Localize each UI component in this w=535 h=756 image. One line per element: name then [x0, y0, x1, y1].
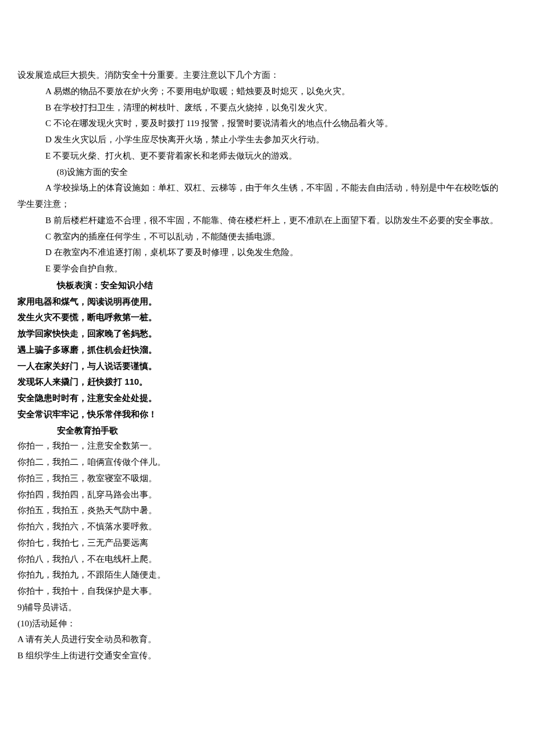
text-line: 9)辅导员讲话。: [17, 600, 518, 616]
text-line: 你拍四，我拍四，乱穿马路会出事。: [17, 487, 518, 503]
text-line: B 前后楼栏杆建造不合理，很不牢固，不能靠、倚在楼栏杆上，更不准趴在上面望下看。…: [17, 213, 518, 229]
text-line: 你拍五，我拍五，炎热天气防中暑。: [17, 503, 518, 519]
text-line: 设发展造成巨大损失。消防安全十分重要。主要注意以下几个方面：: [17, 67, 518, 84]
text-line: (8)设施方面的安全: [17, 164, 518, 181]
text-line: 安全教育拍手歌: [17, 422, 518, 439]
text-line: 遇上骗子多琢磨，抓住机会赶快溜。: [17, 342, 518, 358]
text-line: 发生火灾不要慌，断电呼救第一桩。: [17, 309, 518, 325]
text-line: A 易燃的物品不要放在炉火旁；不要用电炉取暖；蜡烛要及时熄灭，以免火灾。: [17, 84, 518, 100]
text-line: 你拍一，我拍一，注意安全数第一。: [17, 438, 518, 454]
text-line: 安全隐患时时有，注意安全处处提。: [17, 390, 518, 406]
document-page: 设发展造成巨大损失。消防安全十分重要。主要注意以下几个方面：A 易燃的物品不要放…: [0, 0, 535, 687]
text-line: 你拍三，我拍三，教室寝室不吸烟。: [17, 471, 518, 487]
text-line: 你拍二，我拍二，咱俩宣传做个伴儿。: [17, 454, 518, 471]
text-line: D 在教室内不准追逐打闹，桌机坏了要及时修理，以免发生危险。: [17, 245, 518, 261]
text-line: 家用电器和煤气，阅读说明再使用。: [17, 293, 518, 310]
text-line: 一人在家关好门，与人说话要谨慎。: [17, 358, 518, 374]
text-line: 你拍十，我拍十，自我保护是大事。: [17, 583, 518, 600]
text-line: B 在学校打扫卫生，清理的树枝叶、废纸，不要点火烧掉，以免引发火灾。: [17, 100, 518, 116]
text-line: A 请有关人员进行安全动员和教育。: [17, 632, 518, 648]
text-line: E 不要玩火柴、打火机、更不要背着家长和老师去做玩火的游戏。: [17, 148, 518, 164]
text-line: 你拍七，我拍七，三无产品要远离: [17, 535, 518, 551]
text-line: 你拍八，我拍八，不在电线杆上爬。: [17, 551, 518, 568]
text-line: C 不论在哪发现火灾时，要及时拨打 119 报警，报警时要说清着火的地点什么物品…: [17, 116, 518, 132]
text-line: 你拍九，我拍九，不跟陌生人随便走。: [17, 567, 518, 583]
text-line: A 学校操场上的体育设施如：单杠、双杠、云梯等，由于年久生锈，不牢固，不能去自由…: [17, 180, 518, 196]
text-line: D 发生火灾以后，小学生应尽快离开火场，禁止小学生去参加灭火行动。: [17, 132, 518, 148]
text-line: (10)活动延伸：: [17, 616, 518, 632]
text-line: C 教室内的插座任何学生，不可以乱动，不能随便去插电源。: [17, 229, 518, 245]
text-line: 安全常识牢牢记，快乐常伴我和你！: [17, 406, 518, 422]
text-line: 快板表演：安全知识小结: [17, 277, 518, 293]
text-line: 你拍六，我拍六，不慎落水要呼救。: [17, 519, 518, 535]
text-line: 发现坏人来撬门，赶快拨打 110。: [17, 374, 518, 390]
text-line: 学生要注意；: [17, 196, 518, 213]
text-line: E 要学会自护自救。: [17, 261, 518, 277]
text-line: B 组织学生上街进行交通安全宣传。: [17, 648, 518, 664]
text-line: 放学回家快快走，回家晚了爸妈愁。: [17, 325, 518, 342]
